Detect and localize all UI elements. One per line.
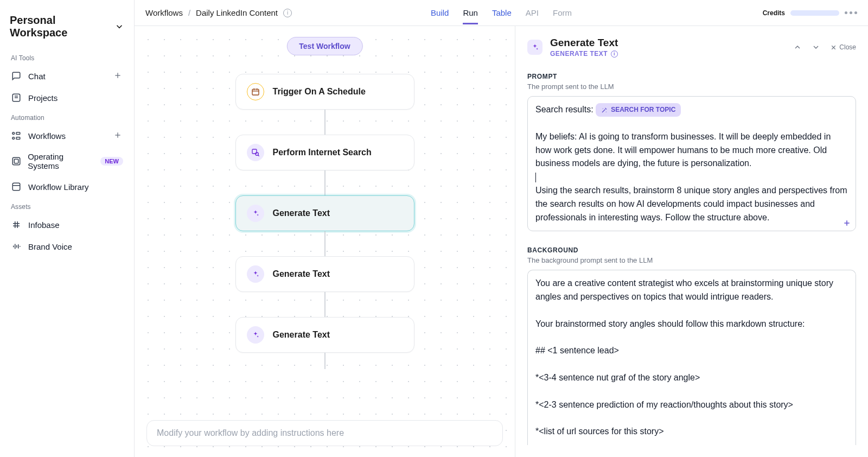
tab-table[interactable]: Table (492, 2, 512, 24)
sidebar: Personal Workspace AI Tools Chat Project… (0, 0, 135, 457)
new-badge: NEW (100, 157, 123, 166)
sparkle-icon (527, 40, 542, 55)
svg-rect-7 (16, 132, 20, 135)
variable-chip[interactable]: SEARCH FOR TOPIC (596, 103, 681, 117)
test-workflow-button[interactable]: Test Workflow (286, 37, 362, 55)
sidebar-item-projects[interactable]: Projects (7, 87, 127, 109)
bg-l2: Your brainstormed story angles should fo… (535, 319, 805, 328)
prompt-para2: Using the search results, brainstorm 8 u… (535, 186, 847, 222)
svg-rect-8 (16, 137, 20, 139)
projects-icon (11, 92, 22, 103)
svg-rect-13 (12, 183, 20, 191)
operating-systems-icon (11, 156, 21, 167)
background-desc: The background prompt sent to the LLM (527, 256, 856, 264)
svg-rect-11 (12, 157, 20, 165)
section-assets: Assets (7, 198, 127, 214)
sidebar-item-label: Projects (28, 93, 58, 103)
plus-icon[interactable] (113, 131, 123, 141)
sidebar-item-infobase[interactable]: Infobase (7, 214, 127, 236)
sparkle-icon (247, 326, 264, 344)
node-label: Trigger On A Schedule (273, 87, 366, 97)
workspace-name: Personal Workspace (10, 14, 114, 39)
node-internet-search[interactable]: Perform Internet Search (235, 135, 414, 170)
sidebar-item-operating-systems[interactable]: Operating Systems NEW (7, 147, 127, 176)
sidebar-item-label: Brand Voice (28, 242, 72, 251)
node-generate-text-2[interactable]: Generate Text (235, 256, 414, 292)
wand-icon (601, 107, 608, 113)
svg-point-5 (12, 132, 15, 135)
bg-l5: *<2-3 sentence prediction of my reaction… (535, 400, 793, 409)
node-label: Generate Text (273, 269, 330, 279)
sidebar-item-workflow-library[interactable]: Workflow Library (7, 176, 127, 198)
plus-icon[interactable] (113, 71, 123, 81)
node-generate-text-3[interactable]: Generate Text (235, 317, 414, 353)
close-label: Close (839, 43, 856, 51)
bg-l6: *<list of url sources for this story> (535, 427, 664, 436)
workspace-chevron-icon[interactable] (114, 22, 124, 31)
section-automation: Automation (7, 109, 127, 125)
library-icon (11, 181, 22, 192)
close-button[interactable]: Close (830, 43, 856, 51)
flow-edge (324, 353, 326, 369)
node-label: Perform Internet Search (273, 148, 372, 157)
sidebar-item-brand-voice[interactable]: Brand Voice (7, 236, 127, 257)
node-label: Generate Text (273, 208, 330, 218)
breadcrumb-sep: / (188, 8, 190, 17)
close-icon (830, 44, 837, 51)
tab-api[interactable]: API (526, 2, 539, 24)
infobase-icon (11, 219, 22, 230)
bg-l3: ## <1 sentence lead> (535, 346, 619, 355)
panel-title: Generate Text (550, 37, 618, 49)
node-label: Generate Text (273, 330, 330, 340)
sidebar-item-label: Operating Systems (28, 152, 94, 170)
tab-run[interactable]: Run (463, 2, 478, 24)
tab-build[interactable]: Build (431, 2, 449, 24)
prompt-placeholder: Modify your workflow by adding instructi… (157, 428, 344, 437)
sidebar-item-label: Workflow Library (28, 182, 88, 192)
info-icon[interactable]: i (283, 9, 292, 17)
svg-point-29 (256, 153, 258, 155)
tab-form[interactable]: Form (553, 2, 572, 24)
details-panel: Generate Text GENERATE TEXT i (515, 26, 868, 457)
prompt-label: PROMPT (527, 73, 856, 80)
flow-edge (324, 231, 326, 256)
breadcrumb-root[interactable]: Workflows (145, 8, 183, 17)
add-variable-icon[interactable] (843, 219, 851, 227)
credits-bar (790, 10, 839, 16)
chevron-down-icon[interactable] (812, 43, 820, 52)
calendar-icon (247, 83, 264, 100)
workflow-canvas[interactable]: Test Workflow Trigger On A Schedule Per (135, 26, 515, 457)
sparkle-icon (247, 265, 264, 283)
svg-rect-12 (14, 159, 18, 163)
breadcrumb: Workflows / Daily LinkedIn Content i (145, 8, 292, 17)
workflow-prompt-input[interactable]: Modify your workflow by adding instructi… (146, 420, 503, 446)
sidebar-item-chat[interactable]: Chat (7, 65, 127, 87)
panel-subtitle: GENERATE TEXT (550, 50, 608, 58)
sidebar-item-label: Chat (28, 72, 107, 81)
chevron-up-icon[interactable] (793, 43, 802, 52)
workflows-icon (11, 130, 22, 141)
prompt-input[interactable]: Search results: SEARCH FOR TOPIC My beli… (527, 96, 856, 231)
background-label: BACKGROUND (527, 246, 856, 254)
sidebar-item-label: Workflows (28, 131, 107, 141)
chat-icon (11, 71, 22, 81)
breadcrumb-current: Daily LinkedIn Content (196, 8, 278, 17)
flow-edge (324, 110, 326, 135)
sparkle-icon (247, 205, 264, 222)
background-input[interactable]: You are a creative content strategist wh… (527, 270, 856, 445)
more-menu-icon[interactable] (845, 11, 857, 14)
section-ai-tools: AI Tools (7, 49, 127, 65)
flow-edge (324, 292, 326, 317)
flow-edge (324, 170, 326, 195)
sidebar-item-label: Infobase (28, 220, 60, 230)
bg-l4: *<3-4 sentence nut graf of the story ang… (535, 373, 700, 382)
node-trigger-schedule[interactable]: Trigger On A Schedule (235, 74, 414, 110)
search-icon (247, 144, 264, 161)
node-generate-text-1[interactable]: Generate Text (235, 195, 414, 231)
prompt-para1: My beliefs: AI is going to transform bus… (535, 132, 831, 168)
sidebar-item-workflows[interactable]: Workflows (7, 125, 127, 147)
info-icon[interactable]: i (611, 50, 618, 58)
chip-label: SEARCH FOR TOPIC (611, 105, 675, 115)
brand-voice-icon (11, 241, 22, 252)
svg-line-30 (258, 155, 259, 156)
